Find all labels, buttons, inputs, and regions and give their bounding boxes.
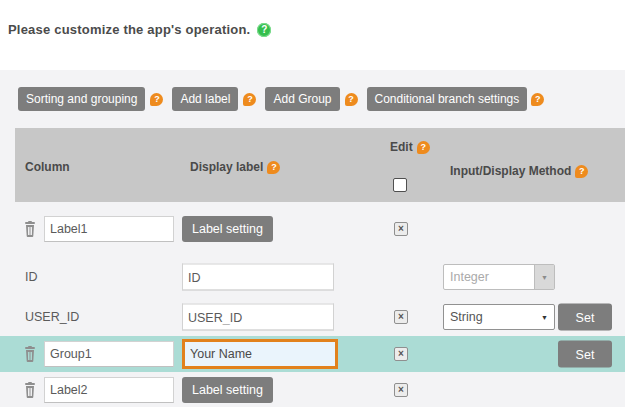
table-header: Column Display label ? Edit ? Input/Disp…: [15, 128, 625, 202]
dropdown-arrow-icon: ▼: [541, 314, 554, 321]
sorting-and-grouping-button[interactable]: Sorting and grouping: [18, 87, 145, 111]
table-row-id: ID Integer ▼: [0, 256, 625, 298]
column-name-input[interactable]: [44, 216, 174, 242]
display-label-input-focused[interactable]: [182, 339, 338, 369]
edit-checkbox-checked[interactable]: ×: [394, 347, 408, 361]
conditional-branch-settings-button[interactable]: Conditional branch settings: [367, 87, 528, 111]
table-row-label2: Label setting ×: [0, 372, 625, 407]
trash-icon[interactable]: [23, 346, 37, 362]
method-select[interactable]: String ▼: [443, 304, 555, 330]
help-icon-add-label[interactable]: ?: [243, 93, 256, 106]
display-label-input[interactable]: [182, 264, 334, 291]
column-header: Column: [25, 160, 70, 174]
column-name-text: ID: [25, 270, 38, 284]
table-row-user-id: USER_ID × String ▼ Set: [0, 298, 625, 336]
display-label-header: Display label ?: [190, 160, 280, 174]
table-row-group1-selected: × Set: [0, 336, 625, 372]
table-body: Label setting × ID Integer ▼ USER_ID × S…: [0, 202, 625, 407]
add-group-button[interactable]: Add Group: [265, 87, 339, 111]
trash-icon[interactable]: [23, 221, 37, 237]
input-display-method-header: Input/Display Method ?: [450, 164, 588, 178]
display-label-input[interactable]: [182, 304, 334, 331]
dropdown-arrow-icon: ▼: [534, 265, 554, 289]
table-row-label1: Label setting ×: [0, 202, 625, 256]
help-icon-sorting[interactable]: ?: [150, 93, 163, 106]
edit-checkbox-checked[interactable]: ×: [394, 383, 408, 397]
label-setting-button[interactable]: Label setting: [182, 216, 273, 242]
edit-header: Edit ?: [390, 140, 430, 154]
help-icon-add-group[interactable]: ?: [345, 93, 358, 106]
help-icon-conditional[interactable]: ?: [531, 93, 544, 106]
help-icon-display-label[interactable]: ?: [267, 161, 280, 174]
set-button[interactable]: Set: [558, 341, 612, 368]
page-title: Please customize the app's operation.: [8, 22, 250, 37]
column-name-input[interactable]: [44, 377, 174, 403]
column-name-text: USER_ID: [25, 310, 79, 324]
column-name-input[interactable]: [44, 341, 174, 367]
toolbar: Sorting and grouping ? Add label ? Add G…: [18, 87, 544, 111]
page-header: Please customize the app's operation. ?: [8, 22, 271, 37]
help-icon-green[interactable]: ?: [257, 23, 271, 37]
select-all-edit-checkbox[interactable]: [393, 178, 407, 192]
help-icon-method[interactable]: ?: [575, 165, 588, 178]
help-icon-edit[interactable]: ?: [417, 141, 430, 154]
edit-checkbox-checked[interactable]: ×: [394, 310, 408, 324]
settings-panel: Sorting and grouping ? Add label ? Add G…: [0, 70, 625, 407]
trash-icon[interactable]: [23, 382, 37, 398]
label-setting-button[interactable]: Label setting: [182, 377, 273, 403]
add-label-button[interactable]: Add label: [172, 87, 238, 111]
set-button[interactable]: Set: [558, 304, 612, 331]
method-select-disabled: Integer ▼: [443, 264, 555, 290]
edit-checkbox-checked[interactable]: ×: [394, 222, 408, 236]
